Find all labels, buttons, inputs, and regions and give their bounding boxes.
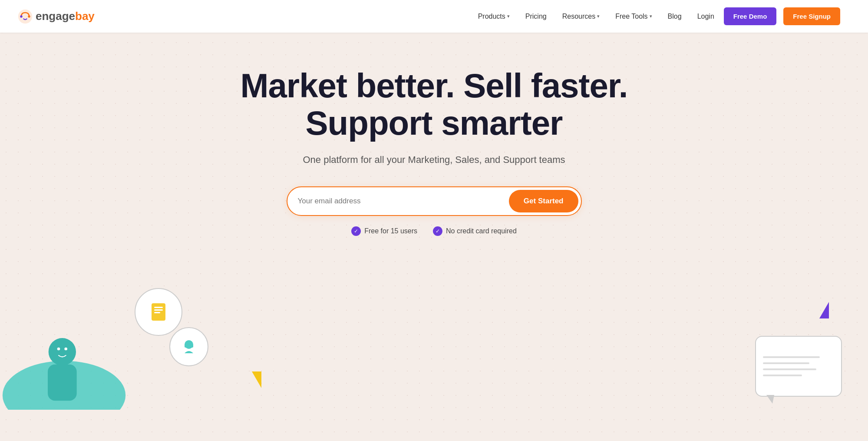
check-icon: ✓: [351, 226, 361, 236]
svg-rect-9: [154, 307, 163, 308]
logo-text-part1: engage: [36, 10, 75, 23]
nav-item-blog[interactable]: Blog: [662, 9, 688, 24]
illustration-area: [0, 279, 868, 410]
chevron-down-icon: ▾: [507, 13, 510, 19]
get-started-button[interactable]: Get Started: [509, 190, 578, 212]
logo-text-part2: bay: [75, 10, 95, 23]
trust-badge-no-credit-card: ✓ No credit card required: [433, 226, 517, 236]
yellow-triangle: [252, 371, 261, 388]
circle-icon-support: [169, 336, 208, 375]
email-form: Get Started: [287, 186, 582, 216]
purple-triangle: [819, 302, 829, 318]
svg-point-2: [28, 15, 30, 17]
svg-rect-14: [191, 344, 193, 348]
nav-item-products[interactable]: Products ▾: [472, 9, 516, 24]
circle-icon-document: [126, 305, 174, 353]
illus-right: [755, 336, 842, 397]
chevron-down-icon: ▾: [650, 13, 652, 19]
svg-rect-10: [154, 309, 163, 311]
svg-rect-11: [154, 312, 160, 313]
bubble-line: [763, 356, 820, 358]
nav-login[interactable]: Login: [691, 9, 720, 24]
hero-subtitle: One platform for all your Marketing, Sal…: [17, 154, 851, 166]
hero-title: Market better. Sell faster. Support smar…: [239, 67, 630, 142]
teal-blob: [0, 323, 139, 410]
nav-item-pricing[interactable]: Pricing: [519, 9, 553, 24]
bubble-line: [763, 368, 816, 370]
svg-point-4: [49, 338, 76, 365]
svg-point-7: [64, 347, 67, 350]
svg-rect-13: [185, 344, 187, 348]
nav-links: Products ▾ Pricing Resources ▾ Free Tool…: [472, 7, 840, 25]
chevron-down-icon: ▾: [597, 13, 600, 19]
svg-point-6: [57, 347, 60, 350]
svg-rect-5: [48, 364, 77, 400]
trust-badges: ✓ Free for 15 users ✓ No credit card req…: [17, 226, 851, 236]
navbar: engagebay Products ▾ Pricing Resources ▾…: [0, 0, 868, 33]
svg-point-1: [20, 15, 22, 17]
free-demo-button[interactable]: Free Demo: [724, 7, 777, 25]
email-input[interactable]: [298, 197, 509, 206]
email-form-wrapper: Get Started: [17, 186, 851, 216]
hero-section: Market better. Sell faster. Support smar…: [0, 33, 868, 279]
bubble-line: [763, 362, 809, 364]
nav-item-free-tools[interactable]: Free Tools ▾: [609, 9, 658, 24]
speech-bubble: [755, 336, 842, 397]
check-icon: ✓: [433, 226, 442, 236]
nav-item-resources[interactable]: Resources ▾: [556, 9, 606, 24]
bubble-line: [763, 375, 802, 376]
logo-icon: [17, 9, 33, 24]
logo[interactable]: engagebay: [17, 9, 95, 24]
free-signup-button[interactable]: Free Signup: [783, 7, 840, 25]
trust-badge-free-users: ✓ Free for 15 users: [351, 226, 417, 236]
